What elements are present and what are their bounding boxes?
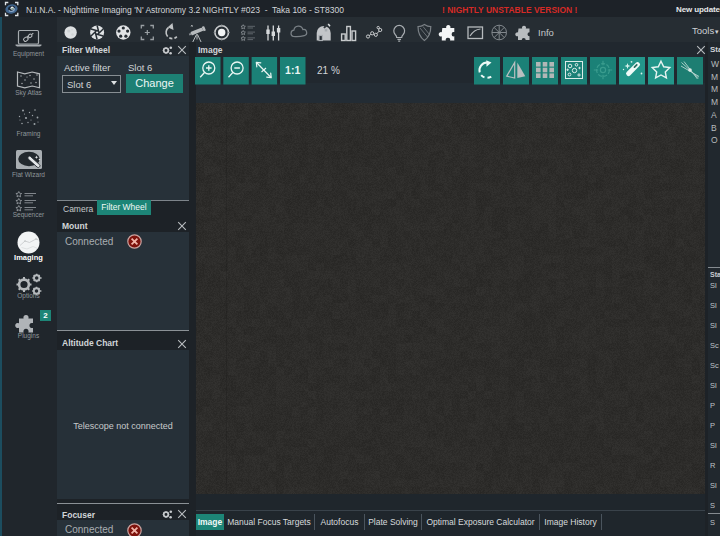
svg-text:1:1: 1:1 bbox=[285, 64, 300, 76]
